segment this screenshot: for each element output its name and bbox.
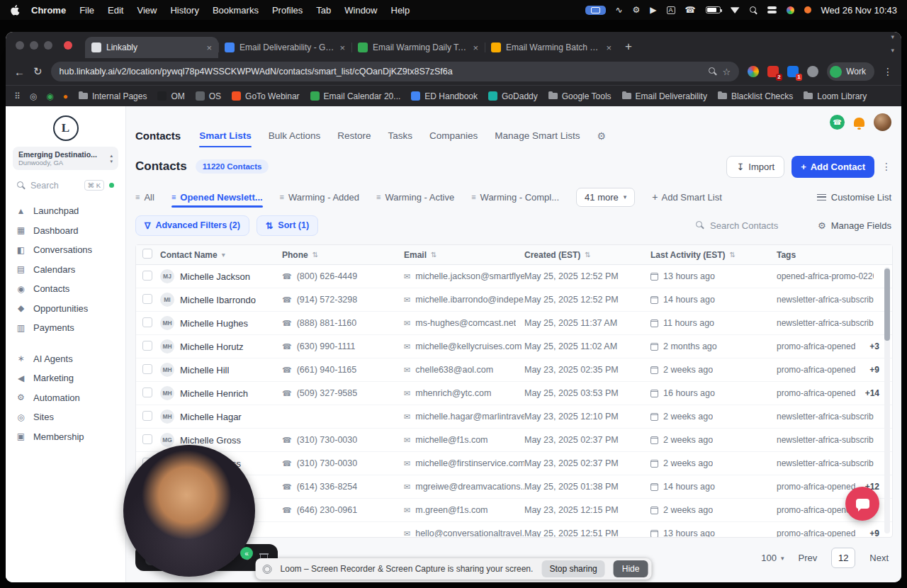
bookmark-item[interactable]: GoTo Webinar bbox=[232, 91, 299, 101]
window-controls[interactable] bbox=[16, 41, 52, 50]
sidebar-nav-item[interactable]: ◀ Marketing bbox=[6, 368, 125, 388]
smart-list-tab[interactable]: ≡ Warming - Active bbox=[376, 192, 454, 203]
add-smart-list-button[interactable]: Add Smart List bbox=[652, 191, 721, 203]
column-header-last-activity[interactable]: Last Activity (EST)⇅ bbox=[650, 250, 777, 260]
smart-list-tab[interactable]: ≡ Opened Newslett... bbox=[171, 192, 263, 203]
menubar-item[interactable]: File bbox=[79, 5, 94, 16]
row-checkbox[interactable] bbox=[142, 271, 152, 281]
row-checkbox[interactable] bbox=[142, 434, 152, 444]
manage-fields-button[interactable]: ⚙ Manage Fields bbox=[818, 220, 891, 231]
search-contacts-input[interactable] bbox=[710, 220, 802, 231]
address-bar[interactable]: hub.linkably.ai/v2/location/pywql78p4WSS… bbox=[51, 62, 740, 81]
sidebar-nav-item[interactable]: ▦ Dashboard bbox=[6, 221, 125, 241]
bookmark-item[interactable]: Loom Library bbox=[804, 91, 867, 101]
browser-tab[interactable]: Email Warming Daily Task Lis... bbox=[351, 37, 485, 58]
settings-gear-icon[interactable]: ⚙ bbox=[597, 130, 606, 142]
siri-icon[interactable] bbox=[787, 6, 794, 14]
select-all-checkbox[interactable] bbox=[142, 249, 152, 259]
column-header-email[interactable]: Email⇅ bbox=[404, 250, 524, 260]
page-size-select[interactable]: 100 ▾ bbox=[761, 553, 784, 563]
app-nav-tab[interactable]: Manage Smart Lists bbox=[495, 130, 580, 141]
extension-blue-icon[interactable]: 1 bbox=[787, 66, 799, 77]
row-checkbox[interactable] bbox=[142, 341, 152, 351]
bookmark-item[interactable]: Email Deliverability bbox=[622, 91, 707, 101]
row-checkbox[interactable] bbox=[142, 294, 152, 304]
profile-chip[interactable]: Work bbox=[827, 62, 874, 81]
prev-page-button[interactable]: Prev bbox=[799, 553, 818, 563]
sidebar-search[interactable]: Search ⌘ K bbox=[13, 176, 118, 194]
menubar-item[interactable]: Profiles bbox=[272, 5, 303, 16]
menubar-item[interactable]: View bbox=[137, 5, 157, 16]
table-row[interactable]: MH Michelle Hughes (888) 881-1160 ms-hug… bbox=[136, 312, 892, 335]
phone-icon[interactable]: ☎ bbox=[685, 6, 696, 14]
reload-icon[interactable]: ↻ bbox=[33, 65, 43, 78]
tab-overflow-chevrons[interactable]: ▾▾ bbox=[891, 33, 894, 54]
add-contact-button[interactable]: + Add Contact bbox=[791, 156, 874, 178]
table-row[interactable]: MG Michelle Gross (310) 730-0030 michell… bbox=[136, 429, 892, 452]
sidebar-nav-item[interactable]: ◆ Opportunities bbox=[6, 299, 125, 319]
close-window-button[interactable] bbox=[16, 41, 24, 50]
menubar-item[interactable]: Help bbox=[391, 5, 410, 16]
bookmark-item[interactable]: OM bbox=[157, 91, 184, 101]
customise-list-button[interactable]: Customise List bbox=[817, 192, 891, 203]
search-contacts[interactable] bbox=[696, 220, 802, 231]
back-icon[interactable]: ← bbox=[14, 66, 25, 78]
contact-name[interactable]: Michelle Hagar bbox=[180, 412, 242, 422]
bookmark-item[interactable]: OS bbox=[196, 91, 221, 101]
row-checkbox[interactable] bbox=[142, 317, 152, 327]
column-header-created[interactable]: Created (EST)⇅ bbox=[524, 250, 650, 260]
smart-list-tab[interactable]: ≡ Warming - Added bbox=[280, 192, 359, 203]
sort-desc-icon[interactable]: ▾ bbox=[222, 251, 225, 259]
import-button[interactable]: ↧ Import bbox=[726, 156, 784, 178]
scrollbar-thumb[interactable] bbox=[884, 268, 890, 341]
table-row[interactable]: MH Michelle Hagar michelle.hagar@marlint… bbox=[136, 405, 892, 429]
contact-name[interactable]: Michelle Horutz bbox=[180, 341, 244, 352]
table-row[interactable]: MH Michelle Horutz (630) 990-1111 michel… bbox=[136, 335, 892, 358]
menubar-item[interactable]: Chrome bbox=[31, 5, 66, 16]
user-avatar[interactable] bbox=[874, 113, 891, 131]
bookmark-item[interactable]: ED Handbook bbox=[411, 91, 478, 101]
more-tags-count[interactable]: +9 bbox=[869, 528, 879, 537]
table-row[interactable]: MJ Michelle Jackson (800) 626-4449 miche… bbox=[136, 265, 892, 288]
contact-name[interactable]: Michelle Gross bbox=[180, 435, 241, 446]
page-number-input[interactable] bbox=[831, 548, 855, 568]
contact-name[interactable]: Michelle Henrich bbox=[180, 388, 248, 399]
sidebar-nav-item[interactable]: ▲ Launchpad bbox=[6, 201, 125, 221]
menubar-item[interactable]: History bbox=[170, 5, 198, 16]
table-row[interactable]: MH Michelle Henrich (509) 327-9585 mhenr… bbox=[136, 382, 892, 405]
site-shortcut-icon[interactable]: ● bbox=[63, 91, 68, 101]
battery-icon[interactable] bbox=[706, 6, 721, 13]
sort-icon[interactable]: ⇅ bbox=[585, 251, 590, 259]
chrome-menu-icon[interactable]: ⋮ bbox=[883, 66, 893, 77]
menubar-item[interactable]: Bookmarks bbox=[213, 5, 259, 16]
extension-pinwheel-icon[interactable] bbox=[748, 66, 759, 77]
sidebar-collapse-button[interactable]: « bbox=[240, 547, 253, 560]
apps-grid-icon[interactable]: ⠿ bbox=[14, 91, 21, 101]
stop-sharing-button[interactable]: Stop sharing bbox=[541, 560, 604, 577]
dialer-status-icon[interactable]: ☎ bbox=[830, 115, 845, 130]
sidebar-nav-item[interactable]: ◎ Sites bbox=[6, 407, 125, 427]
bookmark-item[interactable]: Internal Pages bbox=[79, 91, 147, 101]
table-row[interactable]: MH Michelle Hill (661) 940-1165 chelle63… bbox=[136, 358, 892, 382]
app-nav-tab[interactable]: Restore bbox=[337, 130, 371, 141]
browser-tab[interactable]: Linkably bbox=[85, 37, 218, 58]
hide-banner-button[interactable]: Hide bbox=[614, 560, 648, 577]
contact-name[interactable]: Michelle Ibarrondo bbox=[180, 295, 256, 305]
tab-close-icon[interactable] bbox=[339, 43, 345, 53]
keyboard-switcher-icon[interactable]: A bbox=[667, 6, 675, 14]
sort-button[interactable]: ⇅ Sort (1) bbox=[257, 215, 318, 236]
row-checkbox[interactable] bbox=[142, 411, 152, 421]
column-header-tags[interactable]: Tags bbox=[777, 250, 892, 260]
sidebar-nav-item[interactable]: ◉ Contacts bbox=[6, 279, 125, 299]
account-switcher[interactable]: Emerging Destinatio... Dunwoody, GA ▴▾ bbox=[13, 147, 118, 170]
sort-icon[interactable]: ⇅ bbox=[431, 251, 436, 259]
webcam-overlay[interactable] bbox=[123, 445, 255, 577]
browser-tab[interactable]: Email Warming Batch Plannin... bbox=[485, 37, 618, 58]
column-header-phone[interactable]: Phone⇅ bbox=[282, 250, 404, 260]
status-icon-wave[interactable]: ∿ bbox=[616, 6, 623, 14]
circle-bookmark-icon[interactable]: ◎ bbox=[30, 91, 37, 101]
sidebar-nav-item[interactable]: ▣ Membership bbox=[6, 427, 125, 447]
more-tags-count[interactable]: +3 bbox=[869, 341, 879, 351]
apple-logo-icon[interactable] bbox=[10, 5, 20, 16]
extension-red-icon[interactable]: 2 bbox=[767, 66, 779, 77]
